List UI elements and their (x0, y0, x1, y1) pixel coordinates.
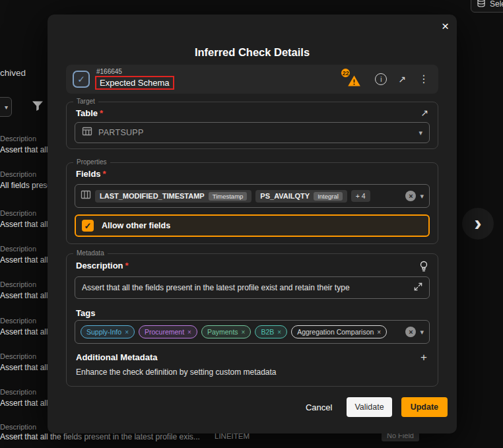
filter-icon (31, 100, 44, 115)
tag-label: Aggregation Comparison (297, 328, 374, 336)
tag-label: B2B (261, 328, 274, 336)
more-fields-badge: + 4 (351, 190, 370, 202)
allow-other-fields-label: Allow other fields (102, 221, 170, 230)
target-section: Target Table* ↗ PARTSUPP ▾ (66, 102, 438, 149)
archived-label: chived (0, 68, 26, 78)
properties-legend: Properties (73, 158, 110, 166)
check-summary-card: ✓ #166645 Expected Schema 22 i ↗ ⋮ (66, 65, 438, 94)
field-name: PS_AVAILQTY (260, 192, 310, 200)
required-asterisk: * (103, 169, 106, 179)
table-label: Table* (76, 108, 103, 118)
header-actions: 22 i ↗ ⋮ (345, 65, 430, 94)
open-table-icon[interactable]: ↗ (419, 107, 430, 119)
inferred-check-details-modal: × Inferred Check Details ✓ #166645 Expec… (48, 15, 457, 433)
chevron-down-icon: ▾ (419, 129, 422, 137)
field-type-badge: Integral (314, 192, 343, 201)
tag-remove-icon[interactable]: × (277, 329, 281, 336)
modal-footer: Cancel Validate Update (300, 397, 448, 417)
close-icon[interactable]: × (442, 20, 449, 32)
tag-chip[interactable]: Procurement × (139, 325, 197, 338)
description-value: Assert that all the fields present in th… (82, 283, 408, 292)
filter-button[interactable] (29, 98, 46, 115)
clear-tags-icon[interactable]: × (405, 327, 416, 337)
allow-other-fields-checkbox[interactable]: ✓ (82, 220, 94, 232)
tag-remove-icon[interactable]: × (125, 329, 129, 336)
anomalies-indicator[interactable]: 22 (345, 71, 362, 87)
partial-dropdown[interactable]: ▾ (0, 97, 12, 117)
field-name: LAST_MODIFIED_TIMESTAMP (100, 192, 205, 200)
cancel-button[interactable]: Cancel (300, 399, 337, 416)
allow-other-fields-row[interactable]: ✓ Allow other fields (75, 214, 430, 237)
description-label: Description* (76, 261, 129, 271)
select-source-label: Sele (490, 0, 503, 9)
required-asterisk: * (100, 108, 103, 118)
update-button[interactable]: Update (401, 397, 448, 417)
tag-chip[interactable]: Payments × (201, 325, 252, 338)
columns-icon (81, 189, 91, 203)
table-icon (82, 126, 92, 139)
next-check-button[interactable]: › (462, 208, 494, 240)
description-input[interactable]: Assert that all the fields present in th… (75, 276, 430, 299)
field-chip: PS_AVAILQTY Integral (255, 190, 347, 203)
info-icon[interactable]: i (375, 73, 387, 85)
tag-remove-icon[interactable]: × (187, 329, 191, 336)
tags-label: Tags (76, 308, 95, 318)
tag-remove-icon[interactable]: × (377, 329, 381, 336)
suggestion-bulb-icon[interactable] (418, 259, 430, 275)
check-type-icon: ✓ (73, 71, 90, 88)
tag-label: Supply-Info (86, 328, 121, 336)
tag-chip[interactable]: Supply-Info × (81, 325, 135, 338)
additional-metadata-label: Additional Metadata (76, 352, 158, 362)
metadata-legend: Metadata (73, 249, 108, 257)
tag-remove-icon[interactable]: × (242, 329, 246, 336)
check-id: #166645 (96, 68, 122, 75)
chevron-right-icon: › (474, 211, 481, 234)
check-name: Expected Schema (95, 76, 174, 90)
more-options-icon[interactable]: ⋮ (417, 73, 430, 86)
clear-selection-icon[interactable]: × (405, 191, 416, 201)
expand-icon[interactable] (414, 282, 422, 294)
fields-label: Fields* (76, 169, 106, 179)
modal-title: Inferred Check Details (48, 46, 457, 59)
fields-select[interactable]: LAST_MODIFIED_TIMESTAMP Timestamp PS_AVA… (75, 184, 430, 208)
screen: Sele chived ▾ Description Assert that al… (0, 0, 503, 448)
tag-chip[interactable]: B2B × (255, 325, 287, 338)
table-select[interactable]: PARTSUPP ▾ (75, 122, 430, 143)
properties-section: Properties Fields* LAST_MODIFIED_TIMESTA… (66, 162, 438, 244)
required-asterisk: * (125, 261, 129, 271)
field-chip: LAST_MODIFIED_TIMESTAMP Timestamp (95, 190, 252, 203)
chevron-down-icon: ▾ (5, 104, 8, 111)
open-in-new-icon[interactable]: ↗ (397, 73, 407, 85)
tag-label: Procurement (145, 328, 184, 336)
target-legend: Target (73, 98, 98, 105)
database-icon (477, 0, 486, 10)
additional-metadata-hint: Enhance the check definition by setting … (76, 368, 277, 377)
bottom-row-description: Assert that all the fields present in th… (0, 432, 200, 441)
validate-button[interactable]: Validate (347, 397, 391, 417)
tag-label: Payments (207, 328, 238, 336)
tag-chip[interactable]: Aggregation Comparison × (291, 325, 387, 338)
add-metadata-icon[interactable]: + (419, 350, 428, 364)
field-type-badge: Timestamp (209, 192, 248, 201)
metadata-section: Metadata Description* Assert that all th… (66, 253, 438, 387)
table-select-value: PARTSUPP (98, 128, 144, 137)
additional-metadata-row: Additional Metadata + (76, 350, 428, 364)
chevron-down-icon: ▾ (420, 328, 424, 336)
tags-select[interactable]: Supply-Info × Procurement × Payments × B… (75, 320, 430, 344)
chevron-down-icon: ▾ (420, 192, 424, 201)
select-source-button[interactable]: Sele (471, 0, 503, 13)
